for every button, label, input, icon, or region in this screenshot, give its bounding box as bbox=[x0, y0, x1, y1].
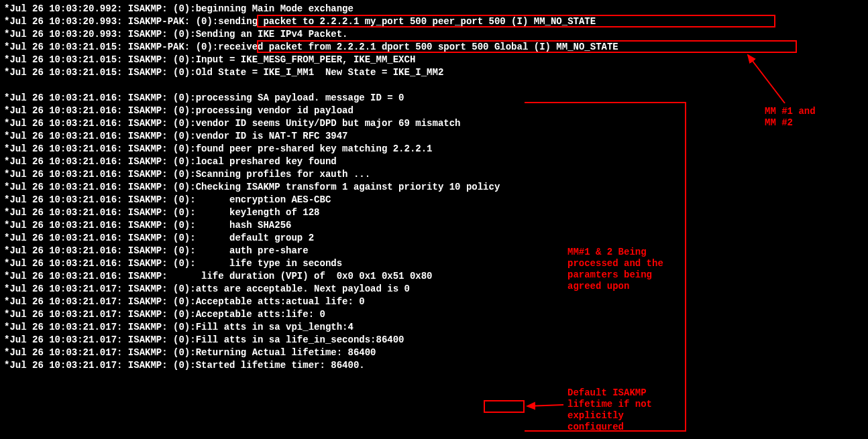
log-line: *Jul 26 10:03:21.016: ISAKMP: (0):Scanni… bbox=[4, 168, 864, 181]
log-line: *Jul 26 10:03:20.993: ISAKMP-PAK: (0):se… bbox=[4, 15, 864, 28]
log-line: *Jul 26 10:03:21.015: ISAKMP: (0):Old St… bbox=[4, 66, 864, 79]
annotation-processed: MM#1 & 2 Being processed and the paramte… bbox=[567, 247, 663, 292]
log-line: *Jul 26 10:03:21.016: ISAKMP: (0):Checki… bbox=[4, 181, 864, 194]
log-line: *Jul 26 10:03:21.017: ISAKMP: (0):Return… bbox=[4, 347, 864, 359]
log-line: *Jul 26 10:03:21.016: ISAKMP: (0):proces… bbox=[4, 92, 864, 105]
log-line: *Jul 26 10:03:21.017: ISAKMP: (0):atts a… bbox=[4, 283, 864, 296]
log-line: *Jul 26 10:03:21.016: ISAKMP: (0):found … bbox=[4, 143, 864, 155]
log-line: *Jul 26 10:03:21.017: ISAKMP: (0):Fill a… bbox=[4, 334, 864, 347]
log-line: *Jul 26 10:03:21.016: ISAKMP: (0):local … bbox=[4, 155, 864, 168]
highlight-box-lifetime-value bbox=[484, 400, 525, 413]
log-line: *Jul 26 10:03:21.016: ISAKMP: (0): encry… bbox=[4, 194, 864, 206]
log-line: *Jul 26 10:03:21.016: ISAKMP: life durat… bbox=[4, 270, 864, 283]
annotation-lifetime: Default ISAKMP lifetime if not explicitl… bbox=[567, 387, 652, 433]
log-line: *Jul 26 10:03:21.016: ISAKMP: (0): auth … bbox=[4, 245, 864, 257]
log-line: *Jul 26 10:03:21.015: ISAKMP-PAK: (0):re… bbox=[4, 41, 864, 54]
debug-log-output: *Jul 26 10:03:20.992: ISAKMP: (0):beginn… bbox=[4, 3, 864, 372]
annotation-mm1-mm2: MM #1 and MM #2 bbox=[765, 106, 816, 129]
log-line: *Jul 26 10:03:21.016: ISAKMP: (0): life … bbox=[4, 257, 864, 270]
log-line: *Jul 26 10:03:21.016: ISAKMP: (0): defau… bbox=[4, 232, 864, 245]
log-line: *Jul 26 10:03:21.017: ISAKMP: (0):Accept… bbox=[4, 296, 864, 308]
log-line: *Jul 26 10:03:21.016: ISAKMP: (0):vendor… bbox=[4, 130, 864, 143]
log-line: *Jul 26 10:03:21.016: ISAKMP: (0):proces… bbox=[4, 105, 864, 117]
log-line: *Jul 26 10:03:21.016: ISAKMP: (0):vendor… bbox=[4, 117, 864, 130]
log-line: *Jul 26 10:03:21.016: ISAKMP: (0): keyle… bbox=[4, 206, 864, 219]
log-line: *Jul 26 10:03:20.992: ISAKMP: (0):beginn… bbox=[4, 3, 864, 15]
log-line: *Jul 26 10:03:20.993: ISAKMP: (0):Sendin… bbox=[4, 28, 864, 41]
log-line: *Jul 26 10:03:21.017: ISAKMP: (0):Fill a… bbox=[4, 321, 864, 334]
log-line: *Jul 26 10:03:21.017: ISAKMP: (0):Accept… bbox=[4, 308, 864, 321]
log-line: *Jul 26 10:03:21.017: ISAKMP: (0):Starte… bbox=[4, 359, 864, 372]
log-line: *Jul 26 10:03:21.016: ISAKMP: (0): hash … bbox=[4, 219, 864, 232]
log-line: *Jul 26 10:03:21.015: ISAKMP: (0):Input … bbox=[4, 54, 864, 66]
